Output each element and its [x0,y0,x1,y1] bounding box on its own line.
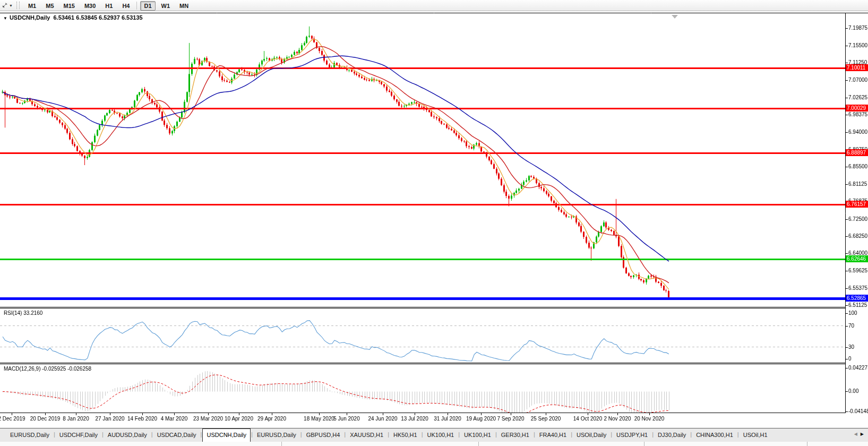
price-axis-tick-label: 6.72500 [848,216,867,222]
date-axis-label: 2 Dec 2019 [0,416,25,422]
date-axis-label: 24 Jun 2020 [368,416,397,422]
timeframe-button-m1[interactable]: M1 [24,1,40,11]
chart-tab-dj30-daily[interactable]: DJ30,Daily [654,428,690,442]
timeframe-button-m15[interactable]: M15 [60,1,79,11]
status-divider [478,442,479,446]
rsi-axis-label: 70 [848,323,854,329]
chart-canvas[interactable] [0,0,868,446]
rsi-axis-label: 100 [848,310,857,316]
rsi-axis-label: 30 [848,344,854,350]
price-line-tag: 6.52865 [846,295,868,302]
date-axis-label: 29 Apr 2020 [257,416,286,422]
chart-tab-usdjpy-h1[interactable]: USDJPY,H1 [613,428,651,442]
date-axis-label: 27 Jan 2020 [95,416,124,422]
chart-tab-usdchf-daily[interactable]: USDCHF,Daily [56,428,101,442]
chart-tab-usdcnh-daily[interactable]: USDCNH,Daily [202,428,251,442]
date-axis-label: 14 Feb 2020 [127,416,157,422]
price-axis-tick-label: 6.68250 [848,233,867,239]
status-divider [807,442,807,446]
chart-tab-uk100-h1[interactable]: UK100,H1 [423,428,458,442]
date-axis-label: 13 Jul 2020 [401,416,428,422]
chart-tab-audusd-daily[interactable]: AUDUSD,Daily [104,428,151,442]
price-axis-tick-label: 7.07000 [848,77,867,83]
cursor-tool-icon[interactable] [1,2,8,9]
chart-tab-bar: EURUSD,Daily|USDCHF,Daily|AUDUSD,Daily|U… [0,428,868,442]
price-axis-tick-label: 6.51125 [848,302,867,308]
toolbar-grip[interactable] [16,2,20,9]
price-axis-tick-label: 6.98375 [848,112,867,118]
tab-scroll-arrows: ◀▶ [854,428,868,442]
toolbar: ▼ M1M5M15M30H1H4D1W1MN [0,0,868,11]
price-axis-tick-label: 6.85500 [848,164,867,170]
price-line-tag: 6.76157 [846,201,868,208]
macd-axis-label: 0.042275 [848,365,868,371]
tab-scroll-right-icon[interactable]: ▶ [861,432,864,436]
chart-tab-fra40-h1[interactable]: FRA40,H1 [536,428,570,442]
timeframe-button-h4[interactable]: H4 [118,1,133,11]
date-axis-label: 25 Sep 2020 [531,416,561,422]
date-axis-label: 10 Apr 2020 [225,416,253,422]
price-line-tag: 6.88897 [846,149,868,156]
date-axis-label: 18 May 2020 [304,416,334,422]
timeframe-button-h1[interactable]: H1 [101,1,116,11]
date-axis-label: 20 Nov 2020 [634,416,665,422]
status-divider [281,442,282,446]
chart-title: ▼USDCNH,Daily 6.53461 6.53845 6.52937 6.… [3,14,143,21]
price-line-tag: 6.62646 [846,255,868,262]
price-axis-tick-label: 6.94000 [848,129,867,135]
status-divider [644,442,644,446]
chart-symbol-label: USDCNH,Daily [10,14,50,21]
chart-tab-uk100-h1[interactable]: UK100,H1 [460,428,495,442]
chart-tab-usoil-daily[interactable]: USOil,Daily [573,428,610,442]
price-axis-tick-label: 6.81125 [848,181,867,187]
date-axis-label: 20 Dec 2019 [30,416,61,422]
macd-indicator-label: MACD(12,26,9) -0.025925 -0.026258 [4,366,91,372]
date-axis-label: 2 Nov 2020 [604,416,631,422]
mt4-window: ▼ M1M5M15M30H1H4D1W1MN ▼USDCNH,Daily 6.5… [0,0,868,446]
timeframe-button-mn[interactable]: MN [176,1,192,11]
timeframe-button-group: M1M5M15M30H1H4D1W1MN [23,1,193,11]
date-axis-label: 4 Mar 2020 [161,416,188,422]
date-axis-label: 23 Mar 2020 [193,416,223,422]
price-axis-tick-label: 6.59625 [848,268,867,274]
chart-tab-usdcad-daily[interactable]: USDCAD,Daily [153,428,200,442]
chart-tab-xauusd-h1[interactable]: XAUUSD,H1 [346,428,387,442]
price-axis-tick-label: 6.55375 [848,285,867,291]
rsi-axis-label: 0 [848,356,852,362]
timeframe-button-m30[interactable]: M30 [81,1,99,11]
chart-shift-marker-icon[interactable] [672,15,678,19]
toolbar-separator [136,2,137,10]
macd-axis-label: -0.04148 [848,408,868,415]
date-axis-label: 8 Jan 2020 [63,416,89,422]
cursor-tool-caret-icon[interactable]: ▼ [9,4,13,7]
date-axis-label: 31 Jul 2020 [434,416,461,422]
tab-scroll-left-icon[interactable]: ◀ [854,432,857,436]
chart-ohlc-values: 6.53461 6.53845 6.52937 6.53135 [53,14,142,21]
date-axis-label: 14 Oct 2020 [573,416,602,422]
price-line-tag: 7.10011 [846,64,868,71]
date-axis-label: 19 Aug 2020 [466,416,496,422]
status-strip [0,442,868,446]
chart-tab-china300-h1[interactable]: CHINA300,H1 [692,428,737,442]
price-axis-tick-label: 7.02625 [848,95,867,101]
price-axis-tick-label: 7.15500 [848,42,867,49]
price-axis-tick-label: 7.19875 [848,25,867,31]
chart-tab-ger30-h1[interactable]: GER30,H1 [497,428,533,442]
chart-tab-eurusd-daily[interactable]: EURUSD,Daily [6,428,53,442]
date-axis-label: 7 Sep 2020 [497,416,524,422]
date-axis-label: 5 Jun 2020 [333,416,360,422]
chart-tab-gbpusd-h4[interactable]: GBPUSD,H4 [303,428,344,442]
macd-axis-label: 0.00 [848,388,858,394]
chart-tab-eurusd-daily[interactable]: EURUSD,Daily [253,428,300,442]
timeframe-button-w1[interactable]: W1 [158,1,174,11]
timeframe-button-d1[interactable]: D1 [140,1,155,11]
symbol-caret-icon[interactable]: ▼ [3,16,7,21]
timeframe-button-m5[interactable]: M5 [42,1,57,11]
price-line-tag: 7.00029 [846,105,868,112]
chart-tab-hk50-h1[interactable]: HK50,H1 [390,428,421,442]
rsi-indicator-label: RSI(14) 33.2160 [4,310,42,316]
chart-tab-usoil-h1[interactable]: USOil,H1 [740,428,771,442]
